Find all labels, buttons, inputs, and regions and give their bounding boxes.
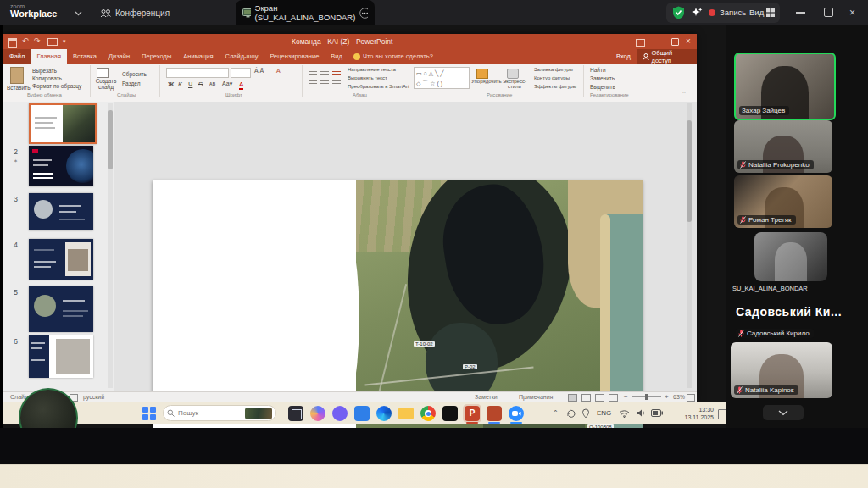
thumbnail-slide-3[interactable] xyxy=(29,193,93,230)
tab-insert[interactable]: Вставка xyxy=(67,49,103,64)
quick-styles-icon[interactable] xyxy=(507,69,519,79)
tab-animations[interactable]: Анимация xyxy=(177,49,219,64)
tab-review[interactable]: Рецензирование xyxy=(264,49,325,64)
tab-slideshow[interactable]: Слайд-шоу xyxy=(220,49,264,64)
shape-fill-button[interactable]: Заливка фигуры xyxy=(534,67,573,72)
start-button-icon[interactable] xyxy=(142,407,156,420)
paste-icon[interactable] xyxy=(10,67,24,84)
paste-button[interactable]: Вставить xyxy=(7,85,31,91)
notes-button[interactable]: Заметки xyxy=(475,394,498,400)
tab-screen-share[interactable]: Экран (SU_KAI_ALINA_BONDAR) xyxy=(236,0,375,25)
zoom-in-button[interactable]: + xyxy=(665,393,669,401)
collapse-ribbon-icon[interactable]: ⌃ xyxy=(682,91,687,97)
notification-icon[interactable] xyxy=(718,409,726,419)
cut-button[interactable]: Вырезать xyxy=(32,68,57,74)
video-tile-tretiak[interactable]: Роман Третяк xyxy=(734,175,832,228)
numbering-icon[interactable] xyxy=(320,69,329,75)
strikethrough-button[interactable]: S xyxy=(198,80,203,88)
save-icon[interactable] xyxy=(8,38,17,48)
security-shield-icon[interactable] xyxy=(672,6,685,19)
edge-icon[interactable] xyxy=(376,406,392,421)
bullets-icon[interactable] xyxy=(309,69,317,75)
clear-format-button[interactable]: А xyxy=(276,68,281,74)
comments-button[interactable]: Примечания xyxy=(519,394,553,400)
avatar-tile-alina[interactable] xyxy=(754,232,827,281)
undo-icon[interactable]: ↶ xyxy=(22,36,29,45)
new-slide-button[interactable]: Создать слайд xyxy=(93,78,119,90)
zoom-slider[interactable] xyxy=(632,396,661,397)
wifi-icon[interactable] xyxy=(619,409,630,418)
ellipsis-icon[interactable] xyxy=(359,8,368,19)
file-explorer-icon[interactable] xyxy=(398,408,414,419)
thumbnail-slide-1[interactable] xyxy=(29,103,97,144)
arrange-button[interactable]: Упорядочить xyxy=(471,79,500,84)
tell-me-box[interactable]: Что вы хотите сделать? xyxy=(363,53,433,60)
char-spacing-button[interactable]: ᴀʙ xyxy=(209,80,215,86)
font-size-box[interactable] xyxy=(231,68,251,78)
view-menu[interactable]: Вид xyxy=(749,8,764,17)
tab-file[interactable]: Файл xyxy=(3,49,31,64)
redo-icon[interactable]: ↷ xyxy=(34,36,41,45)
thumbnail-slide-5[interactable] xyxy=(29,286,93,332)
language-switcher[interactable]: ENG xyxy=(597,409,611,417)
powerpoint-taskbar-icon[interactable]: P xyxy=(465,406,480,421)
scroll-participants-button[interactable] xyxy=(763,405,804,420)
slideshow-icon[interactable] xyxy=(47,38,58,46)
format-painter-button[interactable]: Формат по образцу xyxy=(32,83,81,89)
tab-home[interactable]: Главная xyxy=(31,49,67,64)
align-text-button[interactable]: Выровнять текст xyxy=(348,75,387,80)
language-indicator[interactable]: русский xyxy=(83,394,104,400)
viber-icon[interactable] xyxy=(332,406,348,421)
replace-button[interactable]: Заменить xyxy=(590,75,615,81)
minimize-button[interactable] xyxy=(796,12,805,14)
tab-design[interactable]: Дизайн xyxy=(103,49,136,64)
battery-icon[interactable] xyxy=(651,409,663,417)
volume-icon[interactable] xyxy=(636,408,646,418)
ppt-restore-button[interactable] xyxy=(671,38,679,46)
find-button[interactable]: Найти xyxy=(590,67,606,73)
close-button[interactable]: × xyxy=(849,7,855,19)
smartart-button[interactable]: Преобразовать в SmartArt xyxy=(348,84,409,89)
chrome-icon[interactable] xyxy=(420,406,436,421)
sorter-view-icon[interactable] xyxy=(581,394,591,402)
font-color-button[interactable]: А xyxy=(239,80,243,90)
maximize-button[interactable] xyxy=(824,8,833,17)
task-view-icon[interactable] xyxy=(288,406,303,421)
qat-more-icon[interactable]: ▾ xyxy=(63,38,66,45)
sign-in-link[interactable]: Вход xyxy=(616,53,631,60)
shapes-gallery[interactable]: ▭ ○ △ ╲ ╱◇ ⌒ ☆ ( ) xyxy=(414,67,470,89)
grow-font-button[interactable]: А́ А̌ xyxy=(254,68,264,74)
text-direction-button[interactable]: Направление текста xyxy=(348,67,396,72)
ppt-secondary-icon[interactable] xyxy=(487,406,502,421)
tab-meeting[interactable]: Конференция xyxy=(100,0,170,25)
align-left-icon[interactable] xyxy=(309,80,317,87)
zoom-level[interactable]: 63% xyxy=(673,394,685,400)
view-grid-icon[interactable] xyxy=(765,8,776,18)
new-slide-icon[interactable] xyxy=(97,68,109,78)
tab-view[interactable]: Вид xyxy=(325,49,348,64)
section-button[interactable]: Раздел xyxy=(122,80,140,86)
ppt-minimize-button[interactable] xyxy=(656,42,664,42)
change-case-button[interactable]: Аа▾ xyxy=(222,80,232,87)
thumbnail-slide-6[interactable] xyxy=(29,336,93,378)
figma-icon[interactable] xyxy=(442,406,458,421)
sync-icon[interactable] xyxy=(566,408,576,419)
arrange-icon[interactable] xyxy=(476,69,488,79)
italic-button[interactable]: К xyxy=(178,80,182,88)
underline-button[interactable]: Ч xyxy=(188,80,192,88)
indent-icon[interactable] xyxy=(332,69,341,75)
store-icon[interactable] xyxy=(354,406,370,421)
slide-scrollbar[interactable] xyxy=(687,103,692,388)
ppt-close-button[interactable]: × xyxy=(686,36,691,46)
thumbnail-slide-4[interactable] xyxy=(29,239,93,280)
normal-view-icon[interactable] xyxy=(568,394,577,402)
quick-styles-button[interactable]: Экспресс-стили xyxy=(500,79,529,89)
video-tile-kapinos[interactable]: Nataliia Kapinos xyxy=(731,342,832,398)
font-name-box[interactable] xyxy=(166,68,229,78)
fit-slide-icon[interactable] xyxy=(687,394,695,402)
reset-button[interactable]: Сбросить xyxy=(122,71,147,77)
share-button[interactable]: Общий доступ xyxy=(637,49,697,64)
align-center-icon[interactable] xyxy=(320,80,329,87)
columns-icon[interactable] xyxy=(332,80,341,87)
desktop-search-box[interactable]: Пошук xyxy=(163,405,276,421)
